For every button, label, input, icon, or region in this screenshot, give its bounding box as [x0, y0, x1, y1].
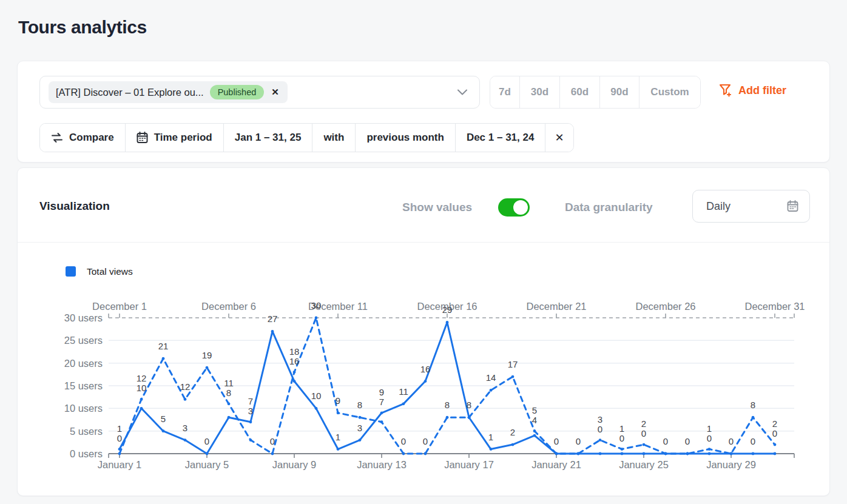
- chart-area: Total viewsDecember 1December 6December …: [18, 242, 831, 497]
- date-range-group: 7d 30d 60d 90d Custom: [490, 76, 701, 109]
- svg-text:3: 3: [357, 423, 362, 433]
- compare-value-button[interactable]: Dec 1 – 31, 24: [455, 124, 545, 152]
- range-60d-button[interactable]: 60d: [559, 76, 599, 108]
- svg-text:27: 27: [268, 314, 278, 324]
- svg-text:9: 9: [336, 395, 340, 406]
- data-granularity-label: Data granularity: [565, 201, 653, 214]
- svg-text:20 users: 20 users: [64, 358, 103, 369]
- svg-text:25 users: 25 users: [64, 335, 103, 346]
- legend-swatch: [66, 266, 76, 277]
- svg-text:10: 10: [137, 383, 147, 393]
- svg-text:January 5: January 5: [185, 459, 229, 470]
- svg-text:0: 0: [117, 433, 122, 443]
- svg-text:9: 9: [379, 387, 384, 397]
- range-7d-button[interactable]: 7d: [490, 76, 519, 108]
- granularity-select[interactable]: Daily: [692, 190, 810, 223]
- svg-text:19: 19: [202, 350, 212, 360]
- show-values-label: Show values: [402, 201, 472, 214]
- svg-text:11: 11: [399, 386, 408, 397]
- svg-text:0: 0: [270, 436, 275, 446]
- remove-tour-icon[interactable]: ✕: [270, 87, 280, 98]
- page-title: Tours analytics: [18, 17, 147, 38]
- svg-text:0: 0: [204, 436, 209, 446]
- svg-text:8: 8: [357, 400, 362, 410]
- svg-text:December 1: December 1: [92, 301, 147, 312]
- svg-text:7: 7: [248, 396, 253, 406]
- svg-text:December 26: December 26: [635, 301, 695, 312]
- svg-text:0: 0: [751, 436, 755, 446]
- svg-text:1: 1: [707, 423, 712, 434]
- time-period-label: Time period: [154, 132, 212, 144]
- calendar-icon: [137, 132, 148, 144]
- visualization-title: Visualization: [39, 200, 110, 213]
- svg-text:December 6: December 6: [201, 301, 256, 312]
- svg-text:1: 1: [488, 432, 493, 442]
- svg-text:30: 30: [311, 300, 322, 311]
- show-values-toggle[interactable]: [498, 198, 530, 217]
- compare-label: Compare: [69, 132, 114, 144]
- svg-text:2: 2: [772, 418, 777, 429]
- y-axis-labels: 0 users5 users10 users15 users20 users25…: [64, 312, 103, 459]
- calendar-icon: [787, 200, 798, 212]
- add-filter-button[interactable]: Add filter: [719, 83, 786, 98]
- svg-text:8: 8: [467, 400, 471, 410]
- filter-plus-icon: [719, 83, 732, 98]
- remove-compare-icon[interactable]: ✕: [545, 124, 573, 152]
- svg-text:3: 3: [248, 406, 253, 416]
- svg-text:29: 29: [442, 304, 453, 315]
- svg-text:18: 18: [289, 346, 300, 357]
- legend-item[interactable]: Total views: [66, 266, 133, 277]
- range-30d-button[interactable]: 30d: [519, 76, 559, 108]
- svg-text:21: 21: [158, 341, 169, 351]
- legend-label: Total views: [87, 266, 133, 277]
- visualization-card: Visualization Show values Data granulari…: [17, 167, 830, 496]
- granularity-value: Daily: [706, 200, 731, 213]
- svg-text:0: 0: [772, 428, 777, 438]
- svg-text:7: 7: [379, 397, 384, 407]
- x-axis-bottom-labels: January 1January 5January 9January 13Jan…: [98, 459, 756, 470]
- page: Tours analytics [ATR] Discover – 01 Expl…: [0, 0, 847, 504]
- svg-text:0: 0: [598, 424, 602, 434]
- compare-bar: Compare Time period Jan 1 – 31, 25 with …: [39, 123, 574, 152]
- tour-chip: [ATR] Discover – 01 Explore ou... Publis…: [49, 81, 288, 103]
- svg-text:10: 10: [311, 391, 322, 401]
- svg-text:1: 1: [619, 423, 624, 434]
- svg-text:5 users: 5 users: [70, 426, 103, 437]
- svg-text:16: 16: [420, 364, 431, 374]
- svg-text:16: 16: [289, 356, 300, 366]
- svg-text:0: 0: [401, 436, 406, 446]
- svg-text:January 17: January 17: [444, 459, 494, 470]
- compare-button[interactable]: Compare: [40, 124, 125, 152]
- tour-chip-label: [ATR] Discover – 01 Explore ou...: [56, 87, 204, 98]
- svg-text:January 25: January 25: [619, 459, 669, 470]
- svg-text:5: 5: [532, 405, 537, 415]
- svg-text:10 users: 10 users: [64, 403, 103, 414]
- chart-svg: Total viewsDecember 1December 6December …: [18, 242, 831, 497]
- with-label: with: [312, 124, 355, 152]
- svg-text:12: 12: [180, 381, 191, 392]
- svg-text:8: 8: [751, 400, 755, 410]
- svg-text:December 31: December 31: [744, 301, 805, 312]
- svg-text:0: 0: [423, 436, 428, 446]
- svg-text:0: 0: [663, 436, 668, 446]
- svg-text:2: 2: [510, 427, 515, 437]
- svg-text:5: 5: [161, 414, 166, 424]
- svg-text:8: 8: [445, 400, 450, 410]
- compare-mode-button[interactable]: previous month: [355, 124, 455, 152]
- svg-text:14: 14: [486, 372, 496, 383]
- svg-text:1: 1: [336, 432, 340, 442]
- chevron-down-icon: [457, 89, 467, 95]
- add-filter-label: Add filter: [738, 84, 786, 97]
- svg-text:0: 0: [685, 436, 690, 446]
- svg-text:January 21: January 21: [531, 459, 581, 470]
- svg-text:0: 0: [554, 436, 559, 446]
- svg-text:0: 0: [641, 428, 646, 438]
- tour-select[interactable]: [ATR] Discover – 01 Explore ou... Publis…: [39, 76, 480, 109]
- svg-text:January 9: January 9: [272, 459, 316, 470]
- time-period-button[interactable]: Time period: [125, 124, 223, 152]
- range-custom-button[interactable]: Custom: [639, 76, 700, 108]
- svg-text:2: 2: [641, 418, 646, 429]
- svg-text:3: 3: [183, 423, 187, 433]
- period-value-button[interactable]: Jan 1 – 31, 25: [223, 124, 312, 152]
- range-90d-button[interactable]: 90d: [599, 76, 639, 108]
